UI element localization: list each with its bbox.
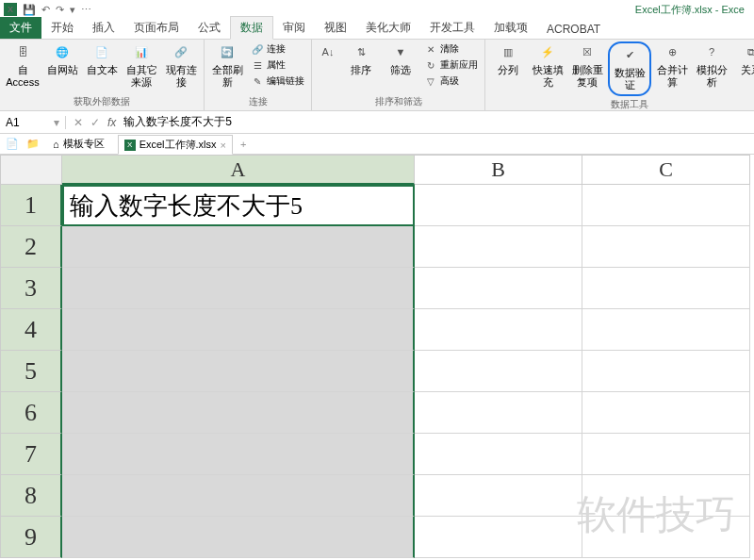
props-icon: ☰ bbox=[251, 58, 264, 72]
dedup-icon: ☒ bbox=[578, 43, 597, 62]
cell[interactable] bbox=[582, 392, 750, 434]
sort-button[interactable]: ⇅排序 bbox=[342, 41, 380, 78]
tab-review[interactable]: 审阅 bbox=[273, 17, 315, 39]
from-text-button[interactable]: 📄自文本 bbox=[83, 41, 121, 78]
advanced-button[interactable]: ▽高级 bbox=[421, 74, 481, 89]
access-icon: 🗄 bbox=[13, 43, 32, 62]
whatif-button[interactable]: ?模拟分析 bbox=[693, 41, 730, 91]
refresh-icon: 🔄 bbox=[218, 43, 237, 62]
workbook-tab[interactable]: XExcel工作簿.xlsx× bbox=[118, 135, 233, 155]
clear-filter-button[interactable]: ✕清除 bbox=[421, 41, 481, 57]
data-validation-button[interactable]: ✔数据验证 bbox=[611, 44, 648, 93]
tab-formula[interactable]: 公式 bbox=[188, 17, 230, 39]
consolidate-button[interactable]: ⊕合并计算 bbox=[653, 41, 691, 91]
cell[interactable] bbox=[415, 226, 582, 268]
col-header-a[interactable]: A bbox=[62, 155, 415, 185]
row-header[interactable]: 3 bbox=[0, 268, 62, 309]
properties-button[interactable]: ☰属性 bbox=[248, 58, 307, 73]
from-access-button[interactable]: 🗄自 Access bbox=[4, 41, 41, 91]
reapply-button[interactable]: ↻重新应用 bbox=[421, 58, 481, 73]
cell[interactable] bbox=[62, 392, 415, 434]
cell[interactable] bbox=[415, 268, 582, 309]
cell[interactable] bbox=[415, 517, 582, 558]
cell[interactable] bbox=[62, 475, 415, 517]
cell[interactable] bbox=[62, 226, 415, 268]
cell[interactable] bbox=[415, 392, 582, 434]
cell[interactable] bbox=[582, 185, 750, 226]
cell[interactable] bbox=[415, 351, 582, 392]
cell[interactable] bbox=[582, 309, 750, 351]
ribbon-tabs: 文件 开始 插入 页面布局 公式 数据 审阅 视图 美化大师 开发工具 加载项 … bbox=[0, 19, 754, 40]
sort-az-button[interactable]: A↓ bbox=[316, 41, 340, 66]
row-header[interactable]: 7 bbox=[0, 434, 62, 475]
doc-icon[interactable]: 📄 bbox=[6, 138, 19, 150]
cell[interactable] bbox=[415, 475, 582, 517]
template-tab[interactable]: ⌂模板专区 bbox=[47, 135, 110, 153]
tab-layout[interactable]: 页面布局 bbox=[124, 17, 188, 39]
cell-a1[interactable]: 输入数字长度不大于5 bbox=[62, 185, 415, 226]
col-header-c[interactable]: C bbox=[582, 155, 750, 185]
from-web-button[interactable]: 🌐自网站 bbox=[43, 41, 81, 78]
relations-button[interactable]: ⧉关系 bbox=[732, 41, 754, 78]
cell[interactable] bbox=[62, 434, 415, 475]
cell[interactable] bbox=[62, 309, 415, 351]
folder-icon[interactable]: 📁 bbox=[26, 138, 40, 150]
name-box[interactable]: A1▾ bbox=[0, 116, 66, 129]
cell[interactable] bbox=[582, 517, 750, 558]
tab-acrobat[interactable]: ACROBAT bbox=[537, 20, 610, 39]
tab-dev[interactable]: 开发工具 bbox=[420, 17, 484, 39]
row-header[interactable]: 1 bbox=[0, 185, 62, 226]
select-all-corner[interactable] bbox=[0, 155, 62, 185]
tab-insert[interactable]: 插入 bbox=[83, 17, 124, 39]
chevron-down-icon[interactable]: ▾ bbox=[54, 116, 59, 129]
tab-addin[interactable]: 加载项 bbox=[484, 17, 537, 39]
add-tab-icon[interactable]: + bbox=[240, 139, 246, 150]
row-header[interactable]: 8 bbox=[0, 475, 62, 517]
cell[interactable] bbox=[582, 226, 750, 268]
tab-beautify[interactable]: 美化大师 bbox=[356, 17, 420, 39]
tab-data[interactable]: 数据 bbox=[230, 16, 273, 40]
tab-file[interactable]: 文件 bbox=[0, 17, 41, 39]
cell[interactable] bbox=[62, 268, 415, 309]
row-header[interactable]: 5 bbox=[0, 351, 62, 392]
qat-more-icon[interactable]: ▾ bbox=[70, 4, 75, 16]
formula-content[interactable]: 输入数字长度不大于5 bbox=[123, 114, 232, 130]
col-header-b[interactable]: B bbox=[415, 155, 582, 185]
tab-view[interactable]: 视图 bbox=[315, 17, 356, 39]
cell[interactable] bbox=[582, 351, 750, 392]
cell[interactable] bbox=[62, 517, 415, 558]
cell[interactable] bbox=[582, 268, 750, 309]
cell[interactable] bbox=[582, 434, 750, 475]
remove-dup-button[interactable]: ☒删除重复项 bbox=[568, 41, 606, 91]
save-icon[interactable]: 💾 bbox=[23, 4, 36, 16]
reapply-icon: ↻ bbox=[424, 58, 437, 72]
app-icon: X bbox=[4, 3, 17, 16]
connections-button[interactable]: 🔗连接 bbox=[248, 41, 307, 57]
fx-icon[interactable]: fx bbox=[107, 116, 116, 129]
cell[interactable] bbox=[582, 475, 750, 517]
cell[interactable] bbox=[62, 351, 415, 392]
row-header[interactable]: 4 bbox=[0, 309, 62, 351]
row-header[interactable]: 6 bbox=[0, 392, 62, 434]
filter-button[interactable]: ▼筛选 bbox=[382, 41, 419, 78]
accept-icon[interactable]: ✓ bbox=[90, 116, 100, 129]
from-other-button[interactable]: 📊自其它来源 bbox=[123, 41, 160, 91]
row-header[interactable]: 9 bbox=[0, 517, 62, 558]
cancel-icon[interactable]: ✕ bbox=[74, 116, 83, 129]
edit-links-button[interactable]: ✎编辑链接 bbox=[248, 74, 307, 89]
undo-icon[interactable]: ↶ bbox=[41, 4, 50, 16]
cell[interactable] bbox=[415, 309, 582, 351]
cell[interactable] bbox=[415, 434, 582, 475]
advanced-icon: ▽ bbox=[424, 74, 437, 88]
close-tab-icon[interactable]: × bbox=[221, 140, 226, 151]
redo-icon[interactable]: ↷ bbox=[56, 4, 64, 16]
web-icon: 🌐 bbox=[53, 43, 72, 62]
flash-fill-button[interactable]: ⚡快速填充 bbox=[529, 41, 566, 91]
refresh-all-button[interactable]: 🔄全部刷新 bbox=[208, 41, 246, 91]
group-label: 数据工具 bbox=[489, 96, 754, 111]
cell[interactable] bbox=[415, 185, 582, 226]
existing-conn-button[interactable]: 🔗现有连接 bbox=[162, 41, 200, 91]
text-to-columns-button[interactable]: ▥分列 bbox=[489, 41, 527, 78]
row-header[interactable]: 2 bbox=[0, 226, 62, 268]
tab-home[interactable]: 开始 bbox=[41, 17, 83, 39]
